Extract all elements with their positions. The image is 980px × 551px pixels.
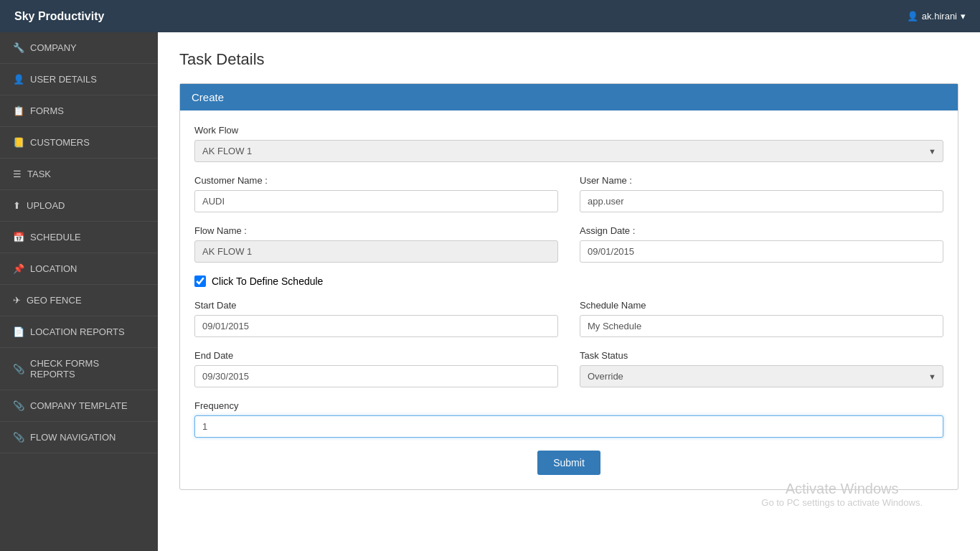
- card-body: Work Flow AK FLOW 1 AK FLOW 2 Customer N…: [180, 110, 958, 489]
- task-icon: ☰: [13, 169, 22, 179]
- sidebar-item-label: COMPANY TEMPLATE: [30, 400, 128, 411]
- sidebar-item-label: LOCATION: [30, 263, 77, 274]
- sidebar-item-company[interactable]: 🔧 COMPANY: [0, 32, 158, 64]
- end-status-row: End Date Task Status Override Active: [194, 350, 943, 400]
- geo-fence-icon: ✈: [13, 295, 21, 306]
- sidebar-item-schedule[interactable]: 📅 SCHEDULE: [0, 222, 158, 253]
- sidebar-item-label: CHECK FORMS REPORTS: [30, 358, 145, 380]
- submit-button[interactable]: Submit: [537, 451, 600, 475]
- task-status-col: Task Status Override Active Inactive: [580, 350, 943, 400]
- flow-name-col: Flow Name :: [194, 225, 558, 276]
- flow-name-label: Flow Name :: [194, 225, 558, 236]
- customer-name-group: Customer Name :: [194, 175, 558, 212]
- define-schedule-row: Click To Define Schedule: [194, 276, 943, 287]
- user-name-label: User Name :: [580, 175, 943, 186]
- location-icon: 📌: [13, 263, 24, 274]
- workflow-select-wrapper: AK FLOW 1 AK FLOW 2: [194, 140, 943, 162]
- sidebar-item-user-details[interactable]: 👤 USER DETAILS: [0, 64, 158, 95]
- dropdown-arrow-icon: ▾: [961, 11, 966, 22]
- sidebar-item-upload[interactable]: ⬆ UPLOAD: [0, 190, 158, 222]
- wrench-icon: 🔧: [13, 42, 24, 53]
- sidebar: 🔧 COMPANY 👤 USER DETAILS 📋 FORMS 📒 CUSTO…: [0, 32, 158, 551]
- sidebar-item-location-reports[interactable]: 📄 LOCATION REPORTS: [0, 316, 158, 348]
- username: ak.hirani: [922, 11, 957, 22]
- sidebar-item-location[interactable]: 📌 LOCATION: [0, 253, 158, 285]
- user-icon: 👤: [907, 11, 918, 22]
- task-status-select[interactable]: Override Active Inactive: [580, 365, 943, 387]
- start-date-col: Start Date: [194, 300, 558, 350]
- start-date-group: Start Date: [194, 300, 558, 337]
- customer-name-col: Customer Name :: [194, 175, 558, 225]
- sidebar-item-task[interactable]: ☰ TASK: [0, 159, 158, 190]
- task-status-select-wrapper: Override Active Inactive: [580, 365, 943, 387]
- workflow-group: Work Flow AK FLOW 1 AK FLOW 2: [194, 125, 943, 162]
- start-date-label: Start Date: [194, 300, 558, 311]
- location-reports-icon: 📄: [13, 326, 24, 337]
- main-content: Task Details Create Work Flow AK FLOW 1 …: [158, 32, 980, 551]
- sidebar-item-label: USER DETAILS: [30, 74, 97, 85]
- flow-navigation-icon: 📎: [13, 432, 24, 443]
- sidebar-item-forms[interactable]: 📋 FORMS: [0, 95, 158, 127]
- end-date-input[interactable]: [194, 365, 558, 387]
- start-schedule-row: Start Date Schedule Name: [194, 300, 943, 350]
- forms-icon: 📋: [13, 105, 24, 116]
- sidebar-item-label: GEO FENCE: [27, 295, 82, 306]
- assign-date-col: Assign Date :: [580, 225, 943, 276]
- define-schedule-checkbox[interactable]: [194, 276, 206, 287]
- upload-icon: ⬆: [13, 200, 21, 211]
- sidebar-item-label: COMPANY: [30, 42, 77, 53]
- frequency-label: Frequency: [194, 400, 943, 411]
- task-details-card: Create Work Flow AK FLOW 1 AK FLOW 2: [179, 83, 958, 490]
- top-navigation: Sky Productivity 👤 ak.hirani ▾: [0, 0, 980, 32]
- customer-name-input[interactable]: [194, 190, 558, 212]
- schedule-name-group: Schedule Name: [580, 300, 943, 337]
- sidebar-item-label: CUSTOMERS: [30, 137, 90, 148]
- user-name-col: User Name :: [580, 175, 943, 225]
- flow-name-input: [194, 240, 558, 263]
- sidebar-item-company-template[interactable]: 📎 COMPANY TEMPLATE: [0, 390, 158, 422]
- schedule-icon: 📅: [13, 232, 24, 242]
- assign-date-label: Assign Date :: [580, 225, 943, 236]
- schedule-name-col: Schedule Name: [580, 300, 943, 350]
- schedule-name-label: Schedule Name: [580, 300, 943, 311]
- end-date-label: End Date: [194, 350, 558, 361]
- schedule-name-input[interactable]: [580, 315, 943, 337]
- user-icon: 👤: [13, 74, 24, 85]
- sidebar-item-label: LOCATION REPORTS: [30, 326, 125, 337]
- end-date-group: End Date: [194, 350, 558, 387]
- card-header: Create: [180, 84, 958, 110]
- user-menu[interactable]: 👤 ak.hirani ▾: [907, 11, 966, 22]
- user-name-group: User Name :: [580, 175, 943, 212]
- workflow-label: Work Flow: [194, 125, 943, 136]
- sidebar-item-label: SCHEDULE: [30, 232, 81, 242]
- flow-name-group: Flow Name :: [194, 225, 558, 263]
- start-date-input[interactable]: [194, 315, 558, 337]
- assign-date-group: Assign Date :: [580, 225, 943, 263]
- customers-icon: 📒: [13, 137, 24, 148]
- sidebar-item-geo-fence[interactable]: ✈ GEO FENCE: [0, 285, 158, 316]
- app-brand: Sky Productivity: [14, 10, 104, 23]
- check-forms-reports-icon: 📎: [13, 364, 24, 375]
- sidebar-item-flow-navigation[interactable]: 📎 FLOW NAVIGATION: [0, 422, 158, 453]
- define-schedule-label: Click To Define Schedule: [212, 276, 323, 287]
- sidebar-item-customers[interactable]: 📒 CUSTOMERS: [0, 127, 158, 159]
- sidebar-item-label: TASK: [27, 169, 51, 179]
- end-date-col: End Date: [194, 350, 558, 400]
- company-template-icon: 📎: [13, 400, 24, 411]
- workflow-select[interactable]: AK FLOW 1 AK FLOW 2: [194, 140, 943, 162]
- customer-user-row: Customer Name : User Name :: [194, 175, 943, 225]
- customer-name-label: Customer Name :: [194, 175, 558, 186]
- frequency-input[interactable]: [194, 415, 943, 438]
- user-name-input[interactable]: [580, 190, 943, 212]
- main-layout: 🔧 COMPANY 👤 USER DETAILS 📋 FORMS 📒 CUSTO…: [0, 32, 980, 551]
- assign-date-input[interactable]: [580, 240, 943, 263]
- task-status-label: Task Status: [580, 350, 943, 361]
- task-status-group: Task Status Override Active Inactive: [580, 350, 943, 387]
- sidebar-item-check-forms-reports[interactable]: 📎 CHECK FORMS REPORTS: [0, 348, 158, 390]
- sidebar-item-label: UPLOAD: [27, 200, 65, 211]
- sidebar-item-label: FLOW NAVIGATION: [30, 432, 116, 443]
- sidebar-item-label: FORMS: [30, 105, 64, 116]
- flow-assign-row: Flow Name : Assign Date :: [194, 225, 943, 276]
- frequency-group: Frequency: [194, 400, 943, 438]
- page-title: Task Details: [179, 50, 958, 69]
